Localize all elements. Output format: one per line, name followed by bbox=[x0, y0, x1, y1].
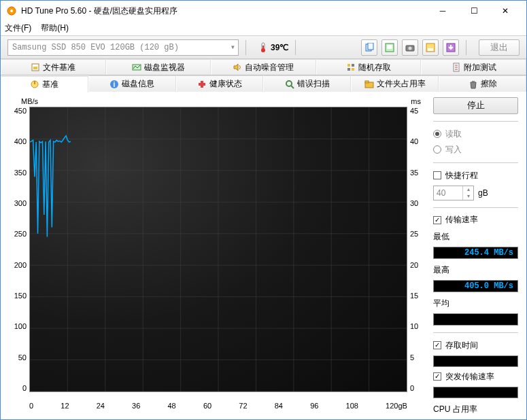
tab-row-upper: 文件基准 磁盘监视器 自动噪音管理 随机存取 附加测试 bbox=[1, 59, 526, 75]
svg-rect-18 bbox=[352, 64, 354, 67]
tab-extra-tests[interactable]: 附加测试 bbox=[421, 59, 526, 75]
svg-point-1 bbox=[10, 10, 13, 12]
checkbox-transfer-rate[interactable]: ✓传输速率 bbox=[433, 214, 518, 226]
copy-info-button[interactable] bbox=[361, 39, 377, 56]
svg-rect-32 bbox=[472, 81, 475, 82]
svg-line-29 bbox=[291, 86, 294, 88]
checkbox-access-time[interactable]: ✓存取时间 bbox=[433, 340, 518, 351]
camera-button[interactable] bbox=[402, 39, 418, 56]
checkbox-shortstroke[interactable]: 快捷行程 bbox=[433, 170, 518, 181]
window-title: HD Tune Pro 5.60 - 硬盘/固态硬盘实用程序 bbox=[21, 5, 427, 17]
svg-rect-8 bbox=[387, 45, 392, 49]
plot bbox=[29, 107, 407, 392]
tab-aam[interactable]: 自动噪音管理 bbox=[211, 59, 316, 75]
label-avg: 平均 bbox=[433, 298, 518, 309]
svg-text:i: i bbox=[114, 81, 116, 88]
value-burst bbox=[433, 387, 518, 398]
toolbar: Samsung SSD 850 EVO 120GB (120 gB) ▾ 39℃… bbox=[1, 36, 526, 59]
tab-folder-usage[interactable]: 文件夹占用率 bbox=[351, 75, 439, 92]
maximize-button[interactable]: ☐ bbox=[458, 1, 490, 21]
svg-rect-4 bbox=[262, 46, 264, 50]
titlebar: HD Tune Pro 5.60 - 硬盘/固态硬盘实用程序 ─ ☐ ✕ bbox=[1, 1, 526, 21]
tab-info[interactable]: i磁盘信息 bbox=[88, 75, 176, 92]
close-button[interactable]: ✕ bbox=[490, 1, 521, 21]
chevron-down-icon: ▾ bbox=[231, 42, 235, 52]
tab-random-access[interactable]: 随机存取 bbox=[316, 59, 422, 75]
shortstroke-spinner[interactable]: 40▴▾ bbox=[433, 186, 474, 200]
tab-disk-monitor[interactable]: 磁盘监视器 bbox=[106, 59, 211, 75]
checkbox-icon: ✓ bbox=[433, 216, 441, 224]
thermometer-icon bbox=[258, 42, 268, 53]
radio-write[interactable]: 写入 bbox=[433, 144, 518, 156]
svg-rect-6 bbox=[368, 43, 373, 50]
svg-rect-27 bbox=[201, 81, 203, 88]
value-max: 405.0 MB/s bbox=[433, 280, 518, 292]
svg-rect-12 bbox=[428, 48, 433, 51]
tab-erase[interactable]: 擦除 bbox=[439, 75, 526, 92]
drive-select[interactable]: Samsung SSD 850 EVO 120GB (120 gB) ▾ bbox=[7, 39, 239, 56]
radio-icon bbox=[433, 145, 441, 154]
svg-point-28 bbox=[286, 81, 292, 86]
label-min: 最低 bbox=[433, 231, 518, 243]
load-button[interactable] bbox=[443, 39, 459, 56]
y-axis-right-ticks: 454035302520151050 bbox=[410, 107, 424, 392]
exit-button[interactable]: 退出 bbox=[479, 39, 520, 56]
svg-rect-17 bbox=[347, 64, 350, 67]
svg-rect-23 bbox=[34, 81, 35, 84]
stop-button[interactable]: 停止 bbox=[433, 97, 518, 114]
content: MB/s ms 450400350300250200150100500 4540… bbox=[1, 92, 526, 419]
copy-screenshot-button[interactable] bbox=[381, 39, 398, 56]
svg-point-10 bbox=[409, 46, 412, 50]
drive-select-value: Samsung SSD 850 EVO 120GB (120 gB) bbox=[12, 43, 179, 52]
label-cpu: CPU 占用率 bbox=[433, 404, 518, 415]
shortstroke-unit: gB bbox=[478, 188, 488, 198]
checkbox-icon bbox=[433, 171, 441, 179]
checkbox-burst[interactable]: ✓突发传输速率 bbox=[433, 371, 518, 383]
x-axis-ticks: 01224364860728496108120gB bbox=[29, 402, 407, 410]
svg-rect-31 bbox=[365, 81, 369, 83]
tab-health[interactable]: 健康状态 bbox=[176, 75, 264, 92]
tab-row-lower: 基准 i磁盘信息 健康状态 错误扫描 文件夹占用率 擦除 bbox=[1, 75, 526, 92]
svg-rect-19 bbox=[347, 68, 350, 71]
tab-benchmark[interactable]: 基准 bbox=[1, 76, 88, 92]
chart-area: MB/s ms 450400350300250200150100500 4540… bbox=[9, 97, 424, 415]
y-axis-right-label: ms bbox=[411, 97, 421, 105]
value-access bbox=[433, 355, 518, 367]
menubar: 文件(F) 帮助(H) bbox=[1, 21, 526, 36]
radio-icon bbox=[433, 130, 441, 138]
value-avg bbox=[433, 313, 518, 325]
tab-error-scan[interactable]: 错误扫描 bbox=[263, 75, 351, 92]
temperature: 39℃ bbox=[258, 42, 288, 53]
menu-help[interactable]: 帮助(H) bbox=[41, 22, 69, 34]
label-max: 最高 bbox=[433, 264, 518, 276]
side-panel: 停止 读取 写入 快捷行程 40▴▾ gB ✓传输速率 最低 245.4 MB/… bbox=[424, 97, 518, 415]
tab-file-benchmark[interactable]: 文件基准 bbox=[1, 59, 106, 75]
y-axis-left-ticks: 450400350300250200150100500 bbox=[9, 107, 27, 392]
svg-rect-20 bbox=[352, 68, 354, 71]
minimize-button[interactable]: ─ bbox=[427, 1, 458, 21]
y-axis-left-label: MB/s bbox=[21, 97, 38, 105]
save-button[interactable] bbox=[422, 39, 439, 56]
checkbox-icon: ✓ bbox=[433, 372, 441, 381]
value-min: 245.4 MB/s bbox=[433, 247, 518, 259]
app-icon bbox=[6, 5, 17, 16]
menu-file[interactable]: 文件(F) bbox=[5, 22, 31, 34]
svg-rect-15 bbox=[33, 67, 37, 69]
checkbox-icon: ✓ bbox=[433, 341, 441, 349]
radio-read[interactable]: 读取 bbox=[433, 128, 518, 140]
